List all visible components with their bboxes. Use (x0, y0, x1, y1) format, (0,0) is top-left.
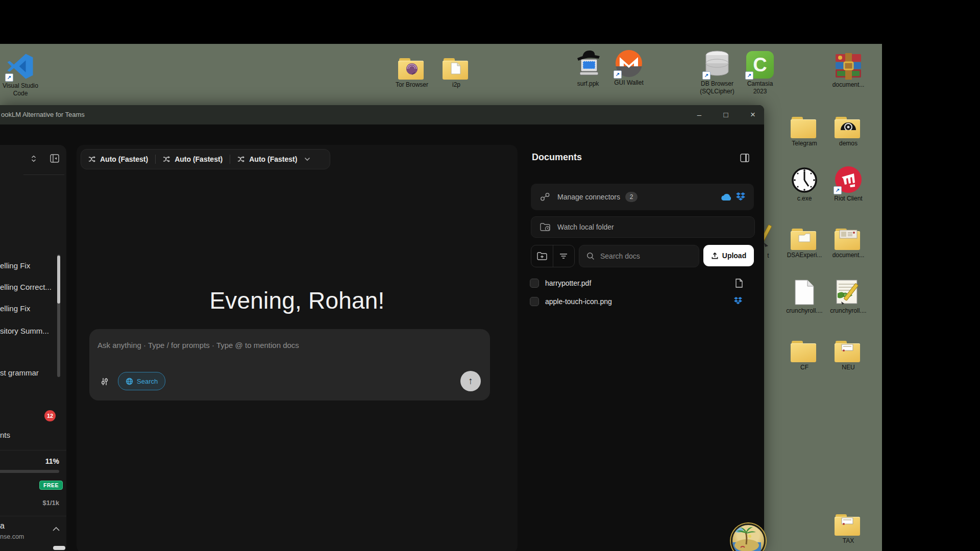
sort-icon[interactable] (30, 155, 38, 163)
desktop-icon-i2p[interactable]: i2p (432, 50, 481, 89)
shortcut-arrow-icon: ↗ (614, 70, 622, 79)
folder-icon (835, 506, 862, 536)
usage-progressbar (0, 470, 59, 473)
icon-label: crunchyroll.... (830, 307, 866, 315)
notepad-pencil-icon (835, 276, 862, 306)
manage-connectors-label: Manage connectors (557, 193, 620, 201)
docs-search-input[interactable]: Search docs (579, 245, 699, 267)
desktop-icon-crunchyroll-file[interactable]: crunchyroll.... (780, 276, 829, 315)
chat-list-item[interactable]: st grammar (0, 368, 39, 377)
prompt-placeholder: Ask anything · Type / for prompts · Type… (97, 341, 299, 349)
desktop-icon-document-rar[interactable]: document... (824, 50, 873, 89)
desktop-icon-telegram[interactable]: Telegram (780, 109, 829, 147)
icon-label: crunchyroll.... (786, 307, 822, 315)
desktop-icon-tax[interactable]: TAX (824, 506, 873, 545)
search-icon (586, 252, 595, 260)
desktop-icon-partial[interactable]: t (763, 223, 773, 260)
nav-item-truncated[interactable]: nts (0, 431, 10, 439)
icon-label: DSAExperi... (787, 252, 822, 259)
globe-icon (126, 378, 133, 385)
file-row[interactable]: harrypotter.pdf (526, 274, 754, 292)
sidebar-scrollbar-thumb[interactable] (57, 256, 60, 304)
desktop-icon-c-exe[interactable]: c.exe (780, 164, 829, 203)
folder-icon (791, 109, 818, 138)
riot-icon: ↗ (835, 164, 862, 193)
shortcut-arrow-icon: ↗ (5, 73, 13, 82)
window-titlebar[interactable]: ookLM Alternative for Teams – □ × (0, 105, 764, 124)
icon-label: c.exe (797, 195, 812, 203)
minimize-button[interactable]: – (692, 108, 706, 121)
connectors-icon (540, 192, 550, 202)
sliders-icon[interactable] (100, 377, 109, 386)
shuffle-icon (88, 156, 96, 163)
chevron-up-icon[interactable] (52, 527, 60, 532)
desktop-icon-db-browser[interactable]: ↗ DB Browser(SQLCipher) (693, 49, 742, 95)
desktop-icon-demos[interactable]: demos (824, 109, 873, 147)
watch-local-folder-row[interactable]: Watch local folder (531, 216, 755, 238)
camtasia-icon: C ↗ (746, 49, 774, 79)
clock-icon (791, 164, 818, 193)
collapse-panel-icon[interactable] (740, 154, 749, 162)
blank-document-icon (794, 276, 815, 306)
pdf-file-icon (736, 279, 743, 288)
prompt-input[interactable]: Ask anything · Type / for prompts · Type… (89, 329, 490, 400)
shortcut-arrow-icon: ↗ (702, 71, 710, 80)
watch-local-folder-label: Watch local folder (557, 223, 614, 231)
desktop-icon-dsaexperiments[interactable]: DSAExperi... (780, 220, 829, 259)
folder-icon (791, 333, 818, 362)
filter-button[interactable] (553, 253, 575, 259)
main-panel: Auto (Fastest) Auto (Fastest) (77, 145, 518, 551)
model-label: Auto (Fastest) (175, 155, 223, 163)
divider (0, 450, 66, 450)
icon-label: DB Browser (700, 80, 734, 88)
shortcut-arrow-icon: ↗ (834, 186, 842, 194)
web-search-toggle[interactable]: Search (118, 372, 165, 390)
desktop-icon-cf[interactable]: CF (780, 333, 829, 371)
pencil-partial-icon (763, 223, 773, 248)
model-selector-group: Auto (Fastest) Auto (Fastest) (81, 149, 330, 169)
model-selector-2[interactable]: Auto (Fastest) (156, 149, 230, 169)
file-checkbox[interactable] (530, 279, 539, 288)
usage-percent: 11% (0, 457, 59, 465)
chat-list-item[interactable]: sitory Summ... (0, 327, 49, 335)
chat-list-item[interactable]: elling Fix (0, 304, 30, 313)
desktop-icon-camtasia[interactable]: C ↗ Camtasia2023 (736, 49, 785, 95)
new-folder-button[interactable] (531, 252, 553, 261)
icon-label: Riot Client (834, 195, 862, 203)
desktop-icon-document-folder[interactable]: document... (824, 220, 873, 259)
chat-list-item[interactable]: elling Fix (0, 261, 30, 270)
desktop-icon-vscode[interactable]: ↗ Visual StudioCode (0, 51, 45, 97)
desktop-icon-neu[interactable]: NEU (824, 333, 873, 371)
chat-list-item[interactable]: elling Correct... (0, 283, 52, 291)
file-checkbox[interactable] (530, 297, 539, 306)
icon-label: NEU (842, 364, 854, 371)
icon-label: t (763, 252, 773, 260)
collapse-sidebar-icon[interactable] (50, 154, 59, 163)
app-window: ookLM Alternative for Teams – □ × elling… (0, 105, 764, 551)
icon-label: Camtasia (747, 80, 773, 88)
folder-icon (398, 50, 426, 80)
manage-connectors-row[interactable]: Manage connectors 2 (531, 184, 754, 210)
send-button[interactable]: ↑ (460, 371, 481, 391)
file-row[interactable]: apple-touch-icon.png (526, 293, 754, 310)
webcam-icon (841, 119, 856, 130)
desktop-icon-riot-client[interactable]: ↗ Riot Client (824, 164, 873, 203)
shuffle-icon (237, 156, 245, 163)
upload-button[interactable]: Upload (703, 245, 754, 266)
desktop-icon-crunchyroll-notes[interactable]: crunchyroll.... (824, 276, 873, 315)
model-selector-3[interactable]: Auto (Fastest) (230, 149, 317, 169)
close-button[interactable]: × (746, 108, 760, 121)
model-selector-1[interactable]: Auto (Fastest) (81, 149, 155, 169)
onion-icon (405, 62, 419, 77)
docs-search-placeholder: Search docs (600, 252, 640, 260)
maximize-button[interactable]: □ (719, 108, 733, 121)
folder-icon (835, 109, 862, 138)
icon-label: document... (832, 252, 865, 259)
scrollbar-corner[interactable] (53, 546, 65, 550)
docs-toolbar-group (531, 245, 575, 267)
papers-icon (841, 517, 854, 525)
profile-name[interactable]: a (0, 521, 5, 531)
desktop-icon-gui-wallet[interactable]: ↗ GUI Wallet (604, 48, 653, 87)
desktop-icon-tor-browser[interactable]: Tor Browser (387, 50, 436, 89)
new-folder-icon (537, 252, 547, 261)
